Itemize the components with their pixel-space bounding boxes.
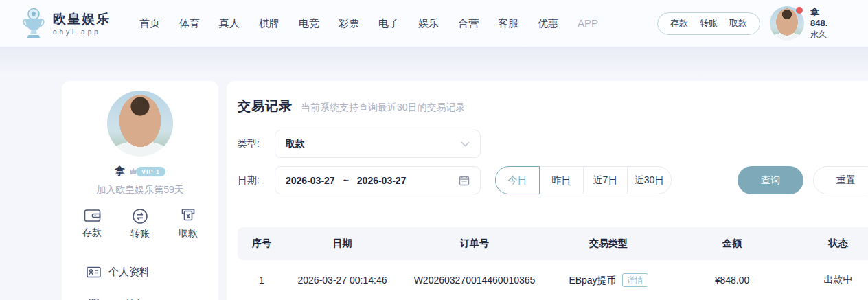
nav-item-cards[interactable]: 棋牌 [259,17,279,30]
logo-subtitle: ohyl.app [53,28,111,36]
nav-item-live[interactable]: 真人 [219,17,240,30]
nav-item-app[interactable]: APP [578,17,598,30]
quick-actions: 存款 转账 取款 [62,208,218,240]
nav-item-support[interactable]: 客服 [498,17,518,30]
cell-index: 1 [238,260,286,300]
sidebar-withdraw-label: 取款 [179,227,198,240]
nav-item-home[interactable]: 首页 [139,17,160,30]
nav-item-lottery[interactable]: 彩票 [339,17,359,30]
profile-username: 拿 [115,165,125,178]
withdraw-cash-icon [180,208,196,224]
trophy-logo-icon [21,8,47,39]
sidebar-item-profile[interactable]: 个人资料 [62,258,218,286]
sidebar-transfer-action[interactable]: 转账 [130,208,150,240]
type-select-value: 取款 [286,138,305,150]
cell-amount: ¥848.00 [667,260,797,300]
range-7days-button[interactable]: 近7日 [583,166,628,194]
chevron-down-icon [461,141,470,147]
user-summary[interactable]: 拿 848. 永久 [810,7,852,40]
nav-item-sports[interactable]: 体育 [179,17,200,30]
range-30days-button[interactable]: 近30日 [627,166,672,194]
type-label: 类型: [238,138,275,150]
nav-item-promos[interactable]: 优惠 [538,17,558,30]
deposit-button[interactable]: 存款 [670,17,688,30]
table-row: 1 2026-03-27 00:14:46 W20260327001446001… [238,260,868,300]
transfer-button[interactable]: 转账 [700,17,718,30]
col-type: 交易类型 [550,227,667,260]
range-today-button[interactable]: 今日 [495,166,540,194]
col-index: 序号 [238,227,286,260]
date-range-input[interactable]: 2026-03-27 ~ 2026-03-27 [275,166,481,194]
page-subtitle: 当前系统支持查询最近30日的交易记录 [301,102,466,114]
sidebar-item-profile-label: 个人资料 [108,266,150,279]
sidebar-withdraw-action[interactable]: 取款 [179,208,198,240]
profile-avatar[interactable] [107,91,173,157]
type-filter-row: 类型: 取款 [238,130,868,158]
panel-title-row: 交易记录 当前系统支持查询最近30日的交易记录 [238,97,868,115]
reset-button[interactable]: 重置 [813,166,868,194]
join-days-text: 加入欧皇娱乐第59天 [62,184,218,196]
user-balance: 848. [810,18,852,29]
col-date: 日期 [286,227,399,260]
nav-item-slots[interactable]: 电子 [378,17,399,30]
withdraw-button[interactable]: 取款 [729,17,747,30]
date-filter-row: 日期: 2026-03-27 ~ 2026-03-27 今日 昨日 近7日 近3… [238,166,868,194]
table-header-row: 序号 日期 订单号 交易类型 金额 状态 [238,227,868,260]
nav-item-entertainment[interactable]: 娱乐 [418,17,439,30]
top-navbar: 欧皇娱乐 ohyl.app 首页 体育 真人 棋牌 电竞 彩票 电子 娱乐 合营… [0,0,868,47]
date-to-value: 2026-03-27 [357,175,407,186]
header-gradient-band [0,47,868,74]
col-amount: 金额 [667,227,797,260]
transfer-arrows-icon [132,208,148,224]
sidebar-deposit-action[interactable]: 存款 [82,208,102,240]
logo-title: 欧皇娱乐 [53,12,111,27]
deposit-wallet-icon [84,208,101,223]
nav-item-esports[interactable]: 电竞 [299,17,319,30]
cell-status: 出款中 [797,260,868,300]
profile-sidebar: 拿 VIP 1 加入欧皇娱乐第59天 存款 [62,81,218,300]
date-label: 日期: [238,174,275,187]
col-order-no: 订单号 [399,227,550,260]
sidebar-item-vip[interactable]: VIP特权 [62,290,218,300]
notification-dot [796,7,803,14]
date-from-value: 2026-03-27 [286,175,335,186]
type-select[interactable]: 取款 [275,130,481,158]
range-yesterday-button[interactable]: 昨日 [539,166,584,194]
sidebar-menu: 个人资料 VIP特权 [62,258,218,300]
user-avatar[interactable] [770,6,804,41]
date-range-separator: ~ [343,175,349,186]
wallet-button-group: 存款 转账 取款 [657,12,760,35]
transaction-records-panel: 交易记录 当前系统支持查询最近30日的交易记录 类型: 取款 日期: 2026-… [227,81,868,300]
main-nav: 首页 体育 真人 棋牌 电竞 彩票 电子 娱乐 合营 客服 优惠 APP [139,17,598,30]
vip-level-badge: VIP 1 [128,167,165,176]
sidebar-transfer-label: 转账 [130,228,150,240]
cell-type: EBpay提币详情 [550,260,667,300]
transaction-type-text: EBpay提币 [569,275,616,286]
sidebar-deposit-label: 存款 [82,227,102,239]
page-title: 交易记录 [238,97,293,115]
query-button[interactable]: 查询 [738,166,803,194]
cell-order-no: W202603270014460010365 [399,260,550,300]
user-name: 拿 [810,7,852,18]
site-logo[interactable]: 欧皇娱乐 ohyl.app [21,8,111,39]
col-status: 状态 [797,227,868,260]
detail-tag-button[interactable]: 详情 [622,273,648,287]
calendar-icon [459,175,470,186]
profile-name-row: 拿 VIP 1 [62,165,218,178]
cell-datetime: 2026-03-27 00:14:46 [286,260,399,300]
user-duration: 永久 [810,29,852,40]
vip-badge-label: VIP 1 [136,167,165,176]
nav-item-affiliate[interactable]: 合营 [458,17,479,30]
transactions-table: 序号 日期 订单号 交易类型 金额 状态 1 2026-03-27 00:14:… [238,227,868,300]
id-card-icon [87,266,101,278]
quick-range-group: 今日 昨日 近7日 近30日 [495,166,672,194]
